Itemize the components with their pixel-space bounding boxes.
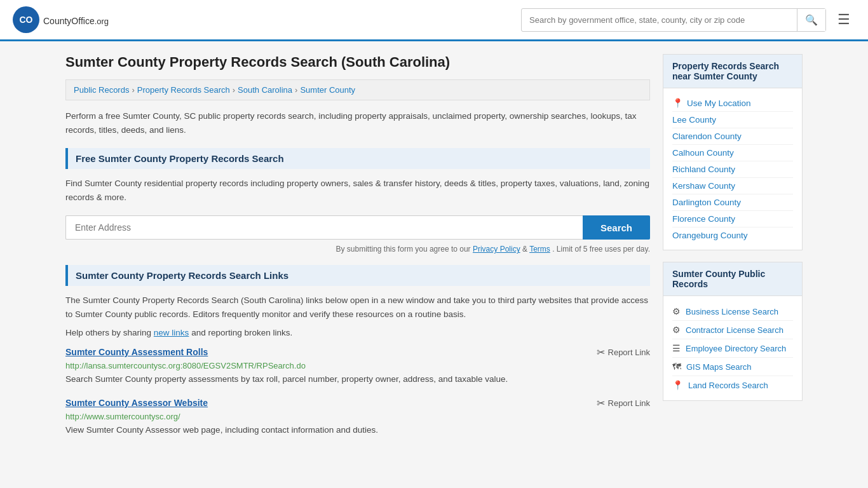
calhoun-county-link[interactable]: Calhoun County [672,148,734,158]
report-icon-2: ✂ [597,397,605,409]
terms-link[interactable]: Terms [529,245,550,254]
sidebar-records-title: Sumter County Public Records [663,262,802,296]
orangeburg-county-link[interactable]: Orangeburg County [672,231,748,240]
sidebar-item-orangeburg-county: Orangeburg County [672,227,793,243]
svg-text:CO: CO [20,15,33,25]
employee-directory-icon: ☰ [672,343,681,353]
breadcrumb-sep3: › [295,85,297,95]
sidebar-records-land-records: 📍 Land Records Search [672,376,793,394]
sidebar-records-section: Sumter County Public Records ⚙ Business … [663,262,803,401]
logo-text: CountyOffice.org [43,13,109,27]
record-item-2: Sumter County Assessor Website ✂ Report … [65,397,650,437]
report-link-button-1[interactable]: ✂ Report Link [597,346,650,358]
location-pin-icon: 📍 [672,98,683,108]
use-my-location-link[interactable]: Use My Location [687,98,751,108]
employee-directory-link[interactable]: Employee Directory Search [686,344,786,353]
menu-button[interactable]: ☰ [832,9,855,30]
sidebar-item-calhoun-county: Calhoun County [672,145,793,161]
page-title: Sumter County Property Records Search (S… [65,54,650,71]
sidebar-records-content: ⚙ Business License Search ⚙ Contractor L… [663,296,802,400]
record-item-2-url[interactable]: http://www.sumtercountysc.org/ [65,412,650,421]
links-section-description: The Sumter County Property Records Searc… [65,294,650,321]
record-item-1: Sumter County Assessment Rolls ✂ Report … [65,346,650,386]
record-item-2-header: Sumter County Assessor Website ✂ Report … [65,397,650,409]
free-search-heading: Free Sumter County Property Records Sear… [65,148,650,169]
logo-icon: CO [13,6,39,33]
page-description: Perform a free Sumter County, SC public … [65,109,650,137]
search-icon: 🔍 [805,15,818,25]
kershaw-county-link[interactable]: Kershaw County [672,181,735,191]
page-wrapper: Sumter County Property Records Search (S… [53,41,815,461]
sidebar-item-richland-county: Richland County [672,161,793,178]
sidebar-item-clarendon-county: Clarendon County [672,128,793,145]
breadcrumb-public-records[interactable]: Public Records [74,85,129,95]
florence-county-link[interactable]: Florence County [672,214,735,224]
free-search-description: Find Sumter County residential property … [65,177,650,204]
breadcrumb-sep: › [132,85,134,95]
header-search-container: 🔍 [521,8,826,32]
sidebar: Property Records Search near Sumter Coun… [663,54,803,448]
sidebar-item-darlington-county: Darlington County [672,194,793,211]
breadcrumb-sep2: › [233,85,235,95]
links-section-heading: Sumter County Property Records Search Li… [65,265,650,286]
land-records-link[interactable]: Land Records Search [688,381,768,390]
sidebar-nearby-title: Property Records Search near Sumter Coun… [663,55,802,88]
menu-icon: ☰ [837,11,850,27]
address-search-area: Search [65,215,650,240]
header: CO CountyOffice.org 🔍 ☰ [0,0,868,41]
darlington-county-link[interactable]: Darlington County [672,198,741,207]
business-license-link[interactable]: Business License Search [686,307,778,316]
gis-maps-icon: 🗺 [672,362,681,372]
search-submit-button[interactable]: Search [583,215,650,240]
header-search-input[interactable] [522,10,797,30]
richland-county-link[interactable]: Richland County [672,165,735,174]
sidebar-item-florence-county: Florence County [672,211,793,227]
record-item-1-desc: Search Sumter County property assessment… [65,373,650,386]
record-item-2-desc: View Sumter County Assessor web page, in… [65,424,650,437]
address-search-input[interactable] [65,215,583,240]
lee-county-link[interactable]: Lee County [672,115,716,125]
sidebar-item-kershaw-county: Kershaw County [672,178,793,194]
report-link-button-2[interactable]: ✂ Report Link [597,397,650,409]
record-item-1-title[interactable]: Sumter County Assessment Rolls [65,347,208,357]
clarendon-county-link[interactable]: Clarendon County [672,132,742,141]
main-content: Sumter County Property Records Search (S… [65,54,650,448]
form-terms: By submitting this form you agree to our… [65,245,650,254]
logo-area: CO CountyOffice.org [13,6,109,33]
record-item-2-title[interactable]: Sumter County Assessor Website [65,398,208,408]
sidebar-records-gis-maps: 🗺 GIS Maps Search [672,358,793,376]
new-links-link[interactable]: new links [154,328,189,337]
record-item-1-header: Sumter County Assessment Rolls ✂ Report … [65,346,650,358]
use-location: 📍 Use My Location [672,95,793,112]
share-links-text: Help others by sharing new links and rep… [65,328,650,337]
record-item-1-url[interactable]: http://lansa.sumtercountysc.org:8080/EGS… [65,361,650,370]
privacy-policy-link[interactable]: Privacy Policy [473,245,520,254]
sidebar-records-contractor-license: ⚙ Contractor License Search [672,321,793,339]
land-records-icon: 📍 [672,380,683,390]
header-search-button[interactable]: 🔍 [797,9,825,31]
breadcrumb-south-carolina[interactable]: South Carolina [238,85,292,95]
sidebar-nearby-content: 📍 Use My Location Lee County Clarendon C… [663,88,802,250]
breadcrumb-property-records[interactable]: Property Records Search [137,85,230,95]
sidebar-records-business-license: ⚙ Business License Search [672,302,793,321]
contractor-license-icon: ⚙ [672,325,681,335]
business-license-icon: ⚙ [672,306,681,316]
breadcrumb-sumter-county[interactable]: Sumter County [300,85,355,95]
contractor-license-link[interactable]: Contractor License Search [686,325,783,335]
sidebar-records-employee-directory: ☰ Employee Directory Search [672,339,793,358]
header-right: 🔍 ☰ [521,8,855,32]
report-icon-1: ✂ [597,346,605,358]
sidebar-nearby-section: Property Records Search near Sumter Coun… [663,54,803,250]
sidebar-item-lee-county: Lee County [672,112,793,128]
breadcrumb: Public Records › Property Records Search… [65,79,650,100]
gis-maps-link[interactable]: GIS Maps Search [686,362,752,372]
